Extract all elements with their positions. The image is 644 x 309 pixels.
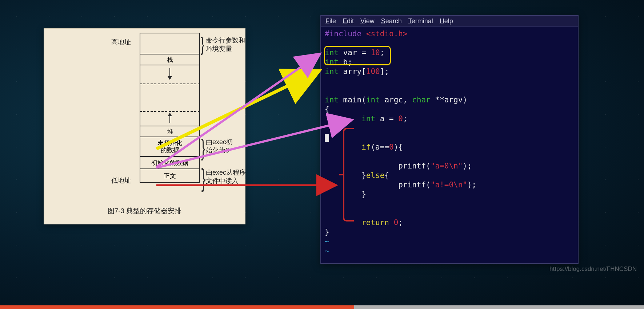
code-editor-panel: File Edit View Search Terminal Help #inc…	[320, 15, 579, 264]
label-exec-init-zero: 由exec初 始化为0	[206, 138, 257, 155]
tok-char: char	[412, 95, 431, 104]
tok-header: <stdio.h>	[366, 29, 408, 38]
tok-var: var	[343, 48, 357, 57]
segment-args	[140, 33, 200, 54]
tok-arry: arry	[343, 67, 362, 76]
cursor-icon	[325, 134, 329, 142]
tok-int: int	[325, 48, 339, 57]
segment-bss: 未初始化 的数据	[140, 137, 200, 157]
tok-if: if	[361, 143, 371, 151]
tok-argv: **argv	[435, 95, 463, 104]
tok-str2: "a!=0\n"	[431, 180, 467, 189]
tok-int: int	[325, 67, 339, 76]
tok-main: main	[343, 95, 362, 104]
tok-condzero: 0	[389, 143, 394, 151]
label-high-address: 高地址	[111, 38, 131, 46]
heap-grow-up-icon	[140, 112, 200, 126]
tok-else: else	[366, 171, 385, 180]
tok-str1: "a=0\n"	[431, 162, 463, 170]
tilde-icon: ~	[325, 237, 329, 246]
tok-int: int	[325, 95, 339, 104]
menu-help[interactable]: Help	[440, 17, 453, 25]
brace-icon: }	[201, 134, 205, 161]
memory-segments-table: 栈 堆 未初始化 的数据 初始化的数据 正文	[140, 33, 200, 183]
tok-int: int	[361, 114, 375, 123]
tok-retval: 0	[394, 218, 399, 227]
menu-search[interactable]: Search	[381, 17, 402, 25]
menu-terminal[interactable]: Terminal	[408, 17, 433, 25]
menu-view[interactable]: View	[360, 17, 375, 25]
tok-argc: argc	[384, 95, 403, 104]
tok-printf: printf	[398, 180, 426, 189]
tilde-icon: ~	[325, 247, 329, 255]
tok-int: int	[325, 58, 339, 66]
brace-icon: }	[201, 163, 206, 192]
menu-file[interactable]: File	[325, 17, 336, 25]
tok-include: #include	[325, 29, 361, 38]
tok-100: 100	[366, 67, 380, 76]
watermark-url: https://blog.csdn.net/FHNCSDN	[549, 265, 637, 273]
diagram-caption: 图7-3 典型的存储器安排	[44, 206, 245, 216]
segment-heap: 堆	[140, 126, 200, 137]
stack-grow-down-icon	[140, 65, 200, 84]
memory-layout-diagram: 高地址 低地址 } 命令行参数和 环境变量 栈 堆 未初始化 的数据 初始化的数…	[44, 28, 245, 224]
tok-0: 0	[398, 114, 403, 123]
label-cmdline-env: 命令行参数和 环境变量	[206, 36, 249, 53]
segment-data: 初始化的数据	[140, 157, 200, 169]
tok-cond: a==	[375, 143, 389, 151]
tok-a: a	[380, 114, 385, 123]
tok-b: b	[343, 58, 348, 66]
brace-icon: }	[201, 33, 204, 55]
progress-bar[interactable]	[0, 305, 354, 309]
editor-menubar: File Edit View Search Terminal Help	[321, 16, 578, 27]
segment-gap	[140, 84, 200, 112]
tok-10: 10	[371, 48, 380, 57]
tok-return: return	[361, 218, 389, 227]
segment-text: 正文	[140, 169, 200, 183]
label-low-address: 低地址	[111, 176, 131, 185]
code-area[interactable]: #include <stdio.h> int var = 10; int b; …	[321, 27, 578, 259]
label-exec-from-file: 由exec从程序 文件中读入	[206, 168, 264, 186]
tok-int: int	[366, 95, 380, 104]
tok-printf: printf	[398, 162, 426, 170]
menu-edit[interactable]: Edit	[343, 17, 354, 25]
segment-stack: 栈	[140, 54, 200, 65]
